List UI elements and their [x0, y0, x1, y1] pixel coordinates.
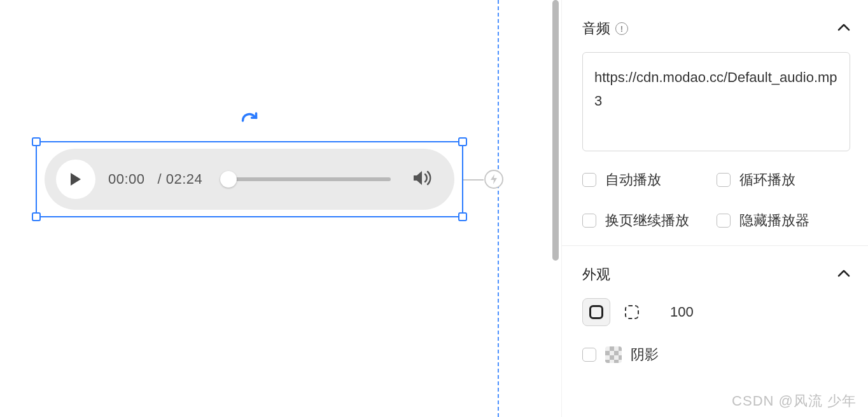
shadow-label: 阴影: [631, 345, 659, 364]
design-canvas[interactable]: 00:00 / 02:24: [0, 0, 560, 417]
collapse-icon[interactable]: [837, 23, 850, 34]
resize-handle-br[interactable]: [458, 212, 467, 221]
connector-line: [463, 179, 484, 181]
resize-handle-bl[interactable]: [32, 212, 41, 221]
audio-url-input[interactable]: https://cdn.modao.cc/Default_audio.mp3: [582, 52, 850, 151]
appearance-section-title: 外观: [582, 265, 610, 284]
shadow-option[interactable]: 阴影: [582, 345, 850, 364]
hide-player-option[interactable]: 隐藏播放器: [717, 211, 851, 230]
hide-player-label: 隐藏播放器: [739, 211, 809, 230]
canvas-guide-line: [498, 0, 499, 417]
loop-checkbox[interactable]: [717, 173, 731, 187]
autoplay-checkbox[interactable]: [582, 173, 596, 187]
appearance-section-header: 外观: [582, 265, 850, 284]
shadow-checkbox[interactable]: [582, 348, 596, 362]
properties-panel: 音频 ! https://cdn.modao.cc/Default_audio.…: [561, 0, 868, 417]
continue-option[interactable]: 换页继续播放: [582, 211, 717, 230]
resize-handle-tl[interactable]: [32, 137, 41, 146]
audio-section-header: 音频 !: [582, 19, 850, 38]
scrollbar-thumb[interactable]: [552, 0, 559, 261]
watermark: CSDN @风流 少年: [732, 392, 857, 411]
info-icon[interactable]: !: [615, 22, 628, 35]
loop-option[interactable]: 循环播放: [717, 170, 851, 189]
section-divider: [562, 245, 868, 246]
continue-label: 换页继续播放: [605, 211, 689, 230]
shadow-color-swatch[interactable]: [605, 346, 622, 363]
square-solid-icon: [589, 305, 603, 319]
square-dashed-icon: [625, 305, 639, 319]
hide-player-checkbox[interactable]: [717, 214, 731, 228]
autoplay-label: 自动播放: [605, 170, 661, 189]
audio-section-title: 音频: [582, 19, 610, 38]
border-style-dashed[interactable]: [618, 298, 646, 326]
interaction-bolt-icon[interactable]: [484, 169, 504, 189]
panel-scrollbar[interactable]: [551, 0, 560, 417]
loop-label: 循环播放: [739, 170, 795, 189]
collapse-icon[interactable]: [837, 269, 850, 280]
selection-outline[interactable]: [36, 141, 463, 217]
continue-checkbox[interactable]: [582, 214, 596, 228]
autoplay-option[interactable]: 自动播放: [582, 170, 717, 189]
resize-handle-tr[interactable]: [458, 137, 467, 146]
opacity-value[interactable]: 100: [670, 304, 694, 320]
rotate-handle[interactable]: [241, 112, 258, 132]
border-style-solid[interactable]: [582, 298, 610, 326]
